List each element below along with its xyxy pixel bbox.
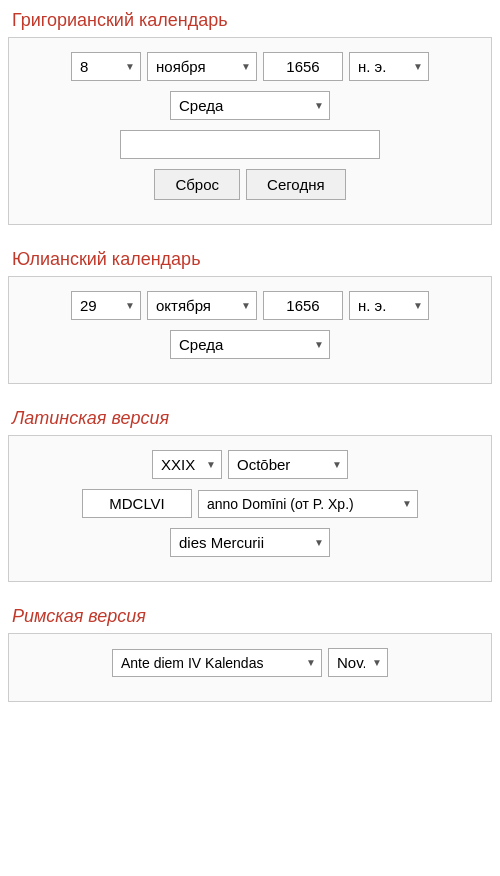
julian-title: Юлианский календарь [0, 239, 500, 276]
julian-weekday-dropdown[interactable]: ПонедельникВторникСреда ЧетвергПятницаСу… [170, 330, 330, 359]
julian-day-select[interactable]: 1234 5678 9101112 13141516 17181920 2122… [71, 291, 141, 320]
gregorian-day-dropdown[interactable]: 1234 5678 9101112 13141516 17181920 2122… [71, 52, 141, 81]
latin-box: IIIIIIIV VVIVIIVIII IXXXIXII XIIIXIVXVXV… [8, 435, 492, 582]
julian-weekday-select[interactable]: ПонедельникВторникСреда ЧетвергПятницаСу… [170, 330, 330, 359]
latin-era-dropdown[interactable]: anno Domīni (от P. Xp.)ante Christum [198, 490, 418, 518]
gregorian-month-select[interactable]: январяфевралямарта апрелямаяиюня июляавг… [147, 52, 257, 81]
gregorian-reset-button[interactable]: Сброс [154, 169, 240, 200]
roman-day-select[interactable]: Ante diem IV Kalendas Pridie KalendasKal… [112, 649, 322, 677]
gregorian-title: Григорианский календарь [0, 0, 500, 37]
julian-box: 1234 5678 9101112 13141516 17181920 2122… [8, 276, 492, 384]
gregorian-year-input[interactable] [263, 52, 343, 81]
latin-era-select[interactable]: anno Domīni (от P. Xp.)ante Christum [198, 490, 418, 518]
latin-month-dropdown[interactable]: IanuariusFebruariusMartius AprilisMaiusI… [228, 450, 348, 479]
gregorian-today-button[interactable]: Сегодня [246, 169, 346, 200]
latin-year-input[interactable] [82, 489, 192, 518]
roman-day-dropdown[interactable]: Ante diem IV Kalendas Pridie KalendasKal… [112, 649, 322, 677]
gregorian-text-input[interactable] [120, 130, 380, 159]
julian-year-input[interactable] [263, 291, 343, 320]
julian-era-dropdown[interactable]: н. э.до н. э. [349, 291, 429, 320]
latin-weekday-dropdown[interactable]: dies Lunaedies Martisdies Mercurii dies … [170, 528, 330, 557]
gregorian-era-select[interactable]: н. э.до н. э. [349, 52, 429, 81]
gregorian-weekday-select[interactable]: ПонедельникВторникСреда ЧетвергПятницаСу… [170, 91, 330, 120]
latin-weekday-select[interactable]: dies Lunaedies Martisdies Mercurii dies … [170, 528, 330, 557]
gregorian-box: 1234 5678 9101112 13141516 17181920 2122… [8, 37, 492, 225]
latin-title: Латинская версия [0, 398, 500, 435]
roman-box: Ante diem IV Kalendas Pridie KalendasKal… [8, 633, 492, 702]
julian-month-dropdown[interactable]: январяфевралямарта апрелямаяиюня июляавг… [147, 291, 257, 320]
gregorian-era-dropdown[interactable]: н. э.до н. э. [349, 52, 429, 81]
latin-day-select[interactable]: IIIIIIIV VVIVIIVIII IXXXIXII XIIIXIVXVXV… [152, 450, 222, 479]
latin-month-select[interactable]: IanuariusFebruariusMartius AprilisMaiusI… [228, 450, 348, 479]
latin-day-dropdown[interactable]: IIIIIIIV VVIVIIVIII IXXXIXII XIIIXIVXVXV… [152, 450, 222, 479]
roman-title: Римская версия [0, 596, 500, 633]
julian-era-select[interactable]: н. э.до н. э. [349, 291, 429, 320]
gregorian-month-dropdown[interactable]: январяфевралямарта апрелямаяиюня июляавг… [147, 52, 257, 81]
roman-month-dropdown[interactable]: Nov.Dec.Ian. Feb.Mar.Apr. Mai.Iun.Iul. A… [328, 648, 388, 677]
roman-month-select[interactable]: Nov.Dec.Ian. Feb.Mar.Apr. Mai.Iun.Iul. A… [328, 648, 388, 677]
julian-day-dropdown[interactable]: 1234 5678 9101112 13141516 17181920 2122… [71, 291, 141, 320]
julian-month-select[interactable]: январяфевралямарта апрелямаяиюня июляавг… [147, 291, 257, 320]
gregorian-weekday-dropdown[interactable]: ПонедельникВторникСреда ЧетвергПятницаСу… [170, 91, 330, 120]
gregorian-day-select[interactable]: 1234 5678 9101112 13141516 17181920 2122… [71, 52, 141, 81]
